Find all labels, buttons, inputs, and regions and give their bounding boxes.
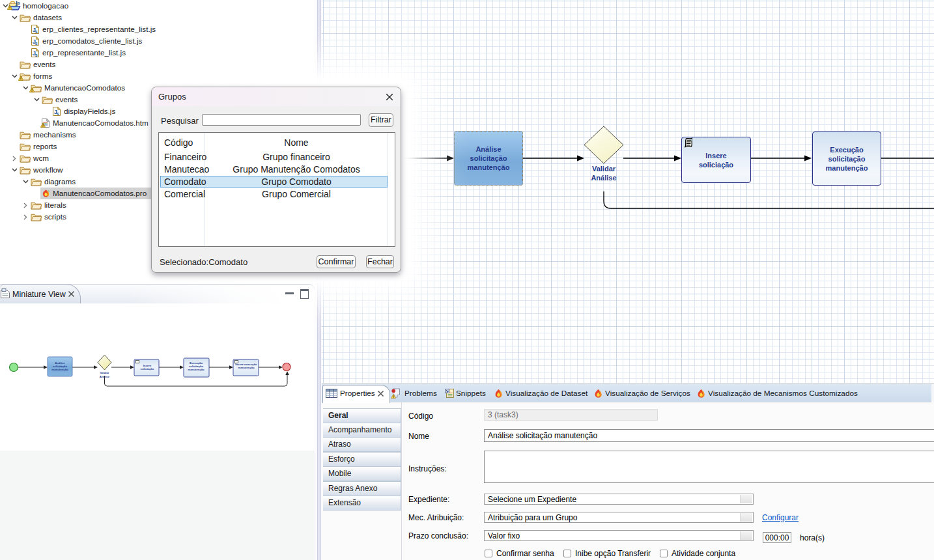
svg-text:Validar: Validar: [100, 371, 109, 374]
svg-text:soliciação: soliciação: [141, 367, 154, 371]
svg-text:manutenção: manutenção: [51, 368, 68, 371]
svg-text:manutenção: manutenção: [188, 368, 205, 371]
svg-text:Análise: Análise: [100, 375, 110, 378]
svg-text:manutenção: manutenção: [238, 366, 255, 369]
